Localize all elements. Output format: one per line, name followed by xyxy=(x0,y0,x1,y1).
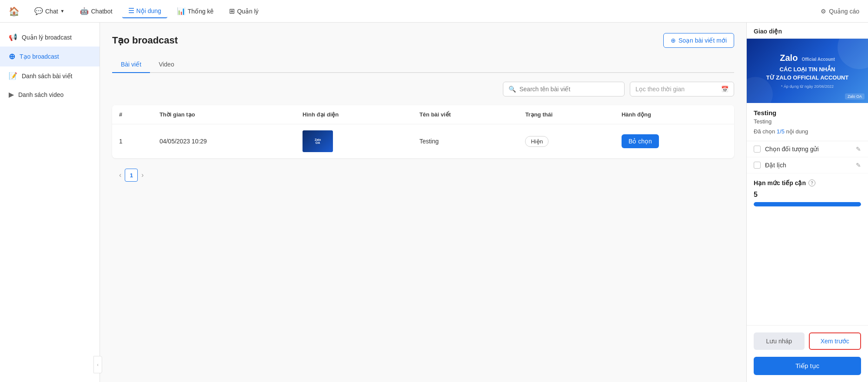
calendar-icon: 📅 xyxy=(721,86,728,93)
search-box[interactable]: 🔍 xyxy=(503,82,625,96)
banner-badge: Zalo OA xyxy=(845,93,865,100)
sidebar-danh-sach-video-label: Danh sách video xyxy=(18,91,63,98)
deselect-button[interactable]: Bỏ chọn xyxy=(622,134,659,148)
continue-label: Tiếp tục xyxy=(795,362,819,369)
sidebar-item-quan-ly-broadcast[interactable]: 📢 Quản lý broadcast xyxy=(0,28,100,47)
filters-row: 🔍 Lọc theo thời gian 📅 xyxy=(112,82,734,96)
sidebar-quan-ly-broadcast-label: Quản lý broadcast xyxy=(22,34,72,41)
quan-ly-icon: ⊞ xyxy=(229,7,235,15)
edit-doi-tuong-icon[interactable]: ✎ xyxy=(856,146,861,153)
limit-progress-fill xyxy=(754,202,861,206)
panel-content-title: Testing xyxy=(754,109,861,116)
article-list-icon: 📝 xyxy=(9,72,17,80)
save-draft-label: Lưu nháp xyxy=(766,338,792,345)
sidebar-item-tao-broadcast[interactable]: ⊕ Tạo broadcast xyxy=(0,47,100,66)
col-action: Hành động xyxy=(615,105,734,124)
sidebar-item-danh-sach-bai-viet[interactable]: 📝 Danh sách bài viết xyxy=(0,66,100,85)
next-page-button[interactable]: › xyxy=(141,171,143,179)
search-input[interactable] xyxy=(519,86,619,93)
nav-quan-ly-label: Quản lý xyxy=(237,8,258,15)
col-title: Tên bài viết xyxy=(412,105,518,124)
articles-table: # Thời gian tạo Hình đại diện Tên bài vi… xyxy=(112,105,734,158)
compose-plus-icon: ⊕ xyxy=(671,37,676,44)
nav-noi-dung-label: Nội dung xyxy=(136,7,161,14)
compose-btn-label: Soạn bài viết mới xyxy=(678,37,727,44)
sidebar-item-danh-sach-video[interactable]: ▶ Danh sách video xyxy=(0,85,100,104)
panel-footer-bottom: Tiếp tục xyxy=(747,357,868,382)
cell-index: 1 xyxy=(112,124,153,159)
chat-arrow-icon: ▼ xyxy=(60,9,65,13)
noi-dung-icon: ☰ xyxy=(128,7,134,15)
limit-label-text: Hạn mức tiếp cận xyxy=(754,179,806,186)
checkbox-left-dat-lich: Đặt lịch xyxy=(754,162,786,169)
sidebar-danh-sach-bai-viet-label: Danh sách bài viết xyxy=(22,73,72,80)
prev-page-button[interactable]: ‹ xyxy=(119,171,121,179)
limit-section: Hạn mức tiếp cận ? 5 xyxy=(747,173,868,213)
page-title: Tạo broadcast xyxy=(112,35,178,46)
article-thumbnail: ZaloOA xyxy=(303,130,333,152)
chatbot-icon: 🤖 xyxy=(80,7,89,15)
checkbox-left-doi-tuong: Chọn đối tượng gửi xyxy=(754,146,819,153)
limit-value: 5 xyxy=(754,191,861,199)
page-header: Tạo broadcast ⊕ Soạn bài viết mới xyxy=(112,33,734,48)
col-status: Trạng thái xyxy=(518,105,615,124)
page-1-button[interactable]: 1 xyxy=(125,169,138,182)
search-icon: 🔍 xyxy=(509,86,516,93)
checkbox-dat-lich-label: Đặt lịch xyxy=(765,162,786,169)
col-created-at: Thời gian tạo xyxy=(153,105,296,124)
sidebar-collapse-button[interactable]: ‹ xyxy=(93,356,102,373)
panel-banner: Zalo Official Account CÁC LOẠI TIN NHẮN … xyxy=(747,39,868,103)
collapse-icon: ‹ xyxy=(97,362,98,367)
nav-chatbot-label: Chatbot xyxy=(91,8,112,15)
col-thumbnail: Hình đại diện xyxy=(296,105,412,124)
tab-video[interactable]: Video xyxy=(150,56,183,73)
nav-quang-cao-label: Quảng cáo xyxy=(829,8,859,15)
deselect-btn-label: Bỏ chọn xyxy=(629,138,652,145)
limit-help-icon[interactable]: ? xyxy=(808,179,815,186)
panel-selected-info: Đã chọn 1/5 nội dung xyxy=(754,128,861,135)
nav-chatbot[interactable]: 🤖 Chatbot xyxy=(74,4,118,18)
main-content: Tạo broadcast ⊕ Soạn bài viết mới Bài vi… xyxy=(100,23,746,382)
cell-action: Bỏ chọn xyxy=(615,124,734,159)
sidebar: 📢 Quản lý broadcast ⊕ Tạo broadcast 📝 Da… xyxy=(0,23,100,382)
zalo-logo: Zalo Official Account xyxy=(780,53,835,63)
page-1-label: 1 xyxy=(130,172,133,179)
sidebar-tao-broadcast-label: Tạo broadcast xyxy=(20,53,59,60)
chat-icon: 💬 xyxy=(34,7,43,15)
checkbox-row-dat-lich: Đặt lịch ✎ xyxy=(747,157,868,173)
broadcast-manage-icon: 📢 xyxy=(9,33,17,41)
cell-thumbnail: ZaloOA xyxy=(296,124,412,159)
checkbox-dat-lich[interactable] xyxy=(754,162,761,169)
nav-noi-dung[interactable]: ☰ Nội dung xyxy=(122,4,167,18)
continue-button[interactable]: Tiếp tục xyxy=(754,357,861,375)
main-layout: 📢 Quản lý broadcast ⊕ Tạo broadcast 📝 Da… xyxy=(0,23,868,382)
checkbox-doi-tuong[interactable] xyxy=(754,146,761,153)
tab-video-label: Video xyxy=(159,61,174,68)
panel-content-subtitle: Testing xyxy=(754,118,861,125)
video-list-icon: ▶ xyxy=(9,90,14,99)
broadcast-add-icon: ⊕ xyxy=(9,52,15,61)
thong-ke-icon: 📊 xyxy=(177,7,186,15)
save-draft-button[interactable]: Lưu nháp xyxy=(754,332,805,350)
panel-footer-buttons: Lưu nháp Xem trước xyxy=(747,325,868,357)
selected-count: 1/5 xyxy=(777,128,785,135)
limit-progress-bar xyxy=(754,202,861,206)
panel-header: Giao diện xyxy=(747,23,868,39)
nav-thong-ke-label: Thống kê xyxy=(188,8,214,15)
compose-button[interactable]: ⊕ Soạn bài viết mới xyxy=(663,33,734,48)
banner-title-text: CÁC LOẠI TIN NHẮN TỪ ZALO OFFICIAL ACCOU… xyxy=(766,66,848,81)
edit-dat-lich-icon[interactable]: ✎ xyxy=(856,162,861,169)
nav-quan-ly[interactable]: ⊞ Quản lý xyxy=(223,4,264,18)
checkbox-doi-tuong-label: Chọn đối tượng gửi xyxy=(765,146,819,153)
date-filter[interactable]: Lọc theo thời gian 📅 xyxy=(630,82,734,96)
thumbnail-text: ZaloOA xyxy=(314,137,322,145)
selected-suffix: nội dung xyxy=(786,128,808,135)
nav-chat-label: Chat xyxy=(45,8,58,15)
nav-thong-ke[interactable]: 📊 Thống kê xyxy=(171,4,220,18)
checkbox-row-doi-tuong: Chọn đối tượng gửi ✎ xyxy=(747,141,868,157)
nav-chat[interactable]: 💬 Chat ▼ xyxy=(28,4,70,18)
preview-button[interactable]: Xem trước xyxy=(809,332,861,350)
tab-bai-viet[interactable]: Bài viết xyxy=(112,56,150,73)
tab-bai-viet-label: Bài viết xyxy=(121,61,141,68)
home-icon[interactable]: 🏠 xyxy=(9,6,20,17)
